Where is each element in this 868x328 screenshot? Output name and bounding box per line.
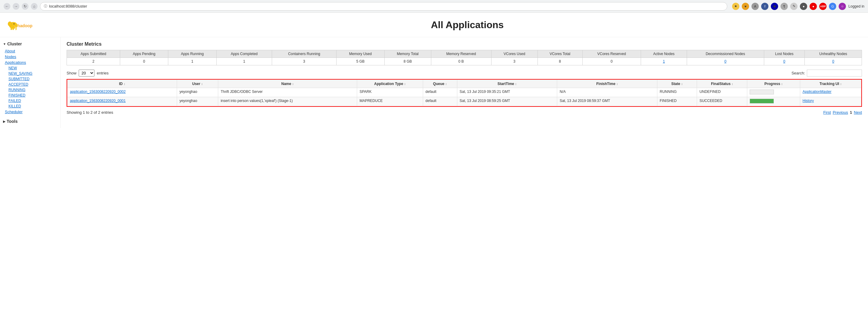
tools-arrow: ▶ [3,120,5,123]
ext-icon-3[interactable]: A [751,3,759,10]
app-queue-cell: default [423,97,457,106]
metrics-header: VCores Reserved [582,50,641,58]
node-count-link[interactable]: 0 [832,59,834,64]
page-number: 1 [850,110,852,115]
url-bar[interactable]: ⓘ localhost:8088/cluster [40,2,727,10]
metrics-value: 5 GB [337,58,385,65]
app-type-cell: SPARK [357,88,423,97]
sort-icon: ↕ [515,82,517,86]
ext-icon-7[interactable]: ✎ [790,3,798,10]
sort-icon: ↕ [404,82,406,86]
sidebar-running[interactable]: RUNNING [3,87,57,93]
sidebar-failed[interactable]: FAILED [3,98,57,103]
first-button[interactable]: First [823,110,831,115]
metrics-header: Apps Completed [216,50,272,58]
metrics-header: Memory Total [384,50,431,58]
app-tracking-cell-link[interactable]: History [803,99,814,103]
metrics-value: 0 B [431,58,491,65]
ext-icon-11[interactable]: G [829,3,836,10]
show-entries: Show 20 50 100 entries [67,70,108,76]
ext-icon-4[interactable]: f [761,3,768,10]
app-finishtime-cell: Sat, 13 Jul 2019 08:59:37 GMT [557,97,657,106]
entries-label: entries [97,71,108,75]
progress-bar-fill [750,99,774,103]
app-id-cell: application_1563008220920_0001 [67,97,177,106]
ext-icon-2[interactable]: ♥ [742,3,749,10]
ext-icon-5[interactable]: ◆ [771,3,778,10]
app-tracking-cell-link[interactable]: ApplicationMaster [803,90,831,94]
user-avatar[interactable]: ☺ [839,3,846,10]
apps-col-header[interactable]: Application Type ↕ [357,80,423,88]
next-button[interactable]: Next [854,110,862,115]
metrics-header: Containers Running [272,50,336,58]
metrics-value: 0 [582,58,641,65]
sidebar: ▼ Cluster About Nodes Applications NEW N… [0,37,61,128]
ext-icon-8[interactable]: ● [800,3,807,10]
ext-icon-6[interactable]: ¶ [780,3,788,10]
apps-table-wrapper: ID ↕User ↕Name ↕Application Type ↕Queue … [67,79,862,107]
sidebar-new[interactable]: NEW [3,65,57,71]
logo-area: hadoop [6,16,73,34]
sidebar-accepted[interactable]: ACCEPTED [3,82,57,87]
home-button[interactable]: ⌂ [31,3,37,10]
back-button[interactable]: ← [4,3,10,10]
showing-text: Showing 1 to 2 of 2 entries [67,110,113,115]
node-count-link[interactable]: 0 [724,59,726,64]
apps-col-header[interactable]: Name ↕ [218,80,357,88]
search-input[interactable] [807,70,862,76]
sidebar-about[interactable]: About [3,48,57,54]
svg-text:hadoop: hadoop [18,24,33,28]
previous-button[interactable]: Previous [833,110,848,115]
apps-col-header[interactable]: Queue ↕ [423,80,457,88]
forward-button[interactable]: → [13,3,19,10]
sidebar-new-saving[interactable]: NEW_SAVING [3,71,57,76]
sidebar-scheduler[interactable]: Scheduler [3,109,57,115]
active-nodes-link[interactable]: 1 [663,59,665,64]
browser-icons: ★ ♥ A f ◆ ¶ ✎ ● ● ABP G ☺ [732,3,846,10]
app-starttime-cell: Sat, 13 Jul 2019 09:35:21 GMT [457,88,557,97]
metrics-value: 1 [216,58,272,65]
app-id-cell-link[interactable]: application_1563008220920_0001 [70,99,126,103]
node-count-link[interactable]: 0 [783,59,785,64]
app-type-cell: MAPREDUCE [357,97,423,106]
content-area: Cluster Metrics Apps SubmittedApps Pendi… [61,37,868,128]
tools-label: Tools [7,119,18,124]
svg-rect-3 [10,28,12,30]
app-name-cell: Thrift JDBC/ODBC Server [218,88,357,97]
metrics-header: Apps Submitted [67,50,120,58]
app-id-cell: application_1563008220920_0002 [67,88,177,97]
apps-col-header[interactable]: FinalStatus ↕ [697,80,747,88]
app-id-cell-link[interactable]: application_1563008220920_0002 [70,90,126,94]
apps-col-header[interactable]: Progress ↕ [747,80,800,88]
app-state-cell: FINISHED [657,97,697,106]
metrics-value: 3 [491,58,537,65]
ext-icon-10[interactable]: ABP [819,3,827,10]
reload-button[interactable]: ↻ [22,3,28,10]
sidebar-killed[interactable]: KILLED [3,103,57,109]
apps-table: ID ↕User ↕Name ↕Application Type ↕Queue … [67,79,861,106]
metrics-value: 0 [764,58,805,65]
page-header: hadoop All Applications [0,13,868,37]
table-footer: Showing 1 to 2 of 2 entries First Previo… [67,110,862,115]
apps-col-header[interactable]: State ↕ [657,80,697,88]
ext-icon-9[interactable]: ● [810,3,817,10]
hadoop-logo: hadoop [6,16,36,34]
sidebar-submitted[interactable]: SUBMITTED [3,76,57,82]
app-progress-cell [747,88,800,97]
apps-col-header[interactable]: FinishTime ↕ [557,80,657,88]
sidebar-nodes[interactable]: Nodes [3,54,57,60]
sidebar-applications[interactable]: Applications [3,60,57,65]
metrics-header: Memory Reserved [431,50,491,58]
tools-section[interactable]: ▶ Tools [3,119,57,124]
apps-col-header[interactable]: ID ↕ [67,80,177,88]
metrics-header: Apps Running [168,50,216,58]
apps-col-header[interactable]: Tracking UI ↕ [800,80,861,88]
url-text: localhost:8088/cluster [49,4,723,8]
ext-icon-1[interactable]: ★ [732,3,739,10]
cluster-section[interactable]: ▼ Cluster [3,41,57,46]
metrics-value: 8 GB [384,58,431,65]
entries-select[interactable]: 20 50 100 [79,70,94,76]
sidebar-finished[interactable]: FINISHED [3,93,57,98]
apps-col-header[interactable]: StartTime ↕ [457,80,557,88]
apps-col-header[interactable]: User ↕ [177,80,218,88]
